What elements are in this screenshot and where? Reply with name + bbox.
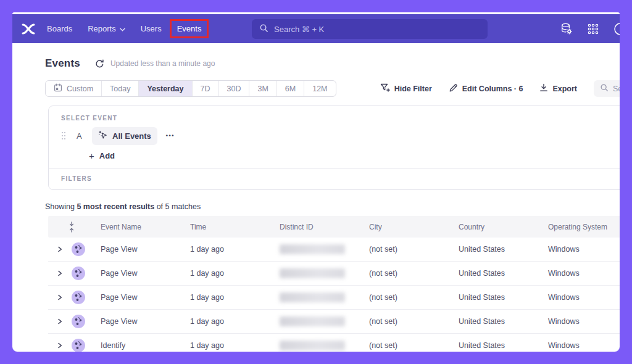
column-header-country: Country [449,223,539,231]
cell-event-name: Page View [91,245,181,254]
sparkle-cursor-icon [98,130,108,142]
table-row[interactable]: Identify1 day ago(not set)United StatesW… [48,334,620,352]
date-range-label: 12M [312,85,327,93]
cell-city: (not set) [360,341,449,350]
expand-chevron-icon[interactable] [57,318,62,325]
plus-icon: + [89,151,94,161]
help-circle-icon[interactable] [613,22,620,36]
nav-item-users[interactable]: Users [141,24,162,33]
cell-operating-system: Windows [539,269,620,278]
nav-item-label: Boards [47,24,72,33]
cell-city: (not set) [360,245,449,254]
edit-columns-button[interactable]: Edit Columns · 6 [449,83,523,94]
event-select-button[interactable]: All Events [92,127,157,145]
date-range-today[interactable]: Today [101,81,138,96]
data-management-icon[interactable] [559,22,573,36]
expand-cell [48,242,91,257]
cell-country: United States [449,293,539,302]
app-window: BoardsReportsUsersEvents Search ⌘ + K [12,12,620,352]
table-header-row: Event NameTimeDistinct IDCityCountryOper… [48,216,620,238]
page-title: Events [45,57,80,70]
nav-item-boards[interactable]: Boards [47,24,72,33]
expand-cell [48,266,91,281]
date-range-custom[interactable]: Custom [46,81,101,96]
date-range-label: 7D [201,85,210,93]
cell-event-name: Page View [91,317,181,326]
column-header-city: City [360,223,449,231]
hide-filter-button[interactable]: Hide Filter [380,83,432,94]
date-range-label: Today [110,85,130,93]
event-avatar-icon [71,338,86,352]
date-range-7d[interactable]: 7D [192,81,218,96]
cell-operating-system: Windows [539,341,620,350]
nav-item-label: Events [177,24,202,33]
date-range-6m[interactable]: 6M [276,81,304,96]
distinct-id-redacted [280,244,345,254]
expand-chevron-icon[interactable] [57,294,62,300]
drag-handle-icon[interactable] [61,131,66,140]
updated-status-text: Updated less than a minute ago [110,59,215,68]
results-summary: Showing 5 most recent results of 5 match… [45,202,620,211]
event-row: A All Events ••• [61,128,620,144]
cell-country: United States [449,341,539,350]
event-avatar-icon [71,266,86,281]
date-range-yesterday[interactable]: Yesterday [138,81,191,96]
column-header-distinct-id: Distinct ID [270,223,360,231]
cell-operating-system: Windows [539,245,620,254]
date-range-12m[interactable]: 12M [304,81,335,96]
filters-section: FILTERS [49,169,620,189]
cell-time: 1 day ago [181,293,270,302]
cell-time: 1 day ago [181,269,270,278]
mixpanel-logo[interactable] [21,23,36,35]
expand-cell [48,338,91,352]
chevron-down-icon [120,24,125,33]
date-range-label: 30D [227,85,241,93]
date-range-label: 3M [257,85,268,93]
table-row[interactable]: Page View1 day ago(not set)United States… [48,286,620,310]
expand-chevron-icon[interactable] [57,246,62,252]
date-range-3m[interactable]: 3M [249,81,276,96]
column-header-time: Time [181,223,270,231]
cell-city: (not set) [360,317,449,326]
refresh-button[interactable] [95,59,104,68]
nav-item-label: Reports [88,24,116,33]
event-select-label: All Events [112,131,151,141]
table-body: Page View1 day ago(not set)United States… [48,238,620,352]
table-search-placeholder: Search [613,85,620,93]
apps-grid-icon[interactable] [586,22,600,36]
table-row[interactable]: Page View1 day ago(not set)United States… [48,262,620,286]
top-navbar: BoardsReportsUsersEvents Search ⌘ + K [12,14,620,43]
expand-chevron-icon[interactable] [57,270,62,276]
date-range-30d[interactable]: 30D [218,81,249,96]
cell-country: United States [449,317,539,326]
cell-country: United States [449,245,539,254]
main-content: Events Updated less than a minute ago Cu… [12,57,620,352]
table-row[interactable]: Page View1 day ago(not set)United States… [48,310,620,334]
distinct-id-redacted [280,341,345,350]
collapse-all-button[interactable] [48,221,91,233]
event-avatar-icon [71,314,86,329]
cell-city: (not set) [360,269,449,278]
nav-item-events[interactable]: Events [170,19,209,38]
expand-cell [48,290,91,305]
calendar-icon [54,83,62,94]
export-button[interactable]: Export [539,83,577,94]
global-search-input[interactable]: Search ⌘ + K [252,19,488,39]
expand-chevron-icon[interactable] [57,342,62,349]
cell-event-name: Page View [91,269,181,278]
cell-country: United States [449,269,539,278]
cell-operating-system: Windows [539,293,620,302]
distinct-id-redacted [280,316,345,326]
select-event-section: SELECT EVENT A [49,106,620,168]
cell-operating-system: Windows [539,317,620,326]
event-more-menu-button[interactable]: ••• [166,133,175,139]
event-avatar-icon [71,290,86,305]
date-range-label: Yesterday [147,85,183,93]
table-search-input[interactable]: Search [594,80,620,97]
cell-city: (not set) [360,293,449,302]
cell-distinct-id [270,268,360,278]
add-event-button[interactable]: + Add [89,151,126,161]
table-row[interactable]: Page View1 day ago(not set)United States… [48,238,620,262]
nav-item-reports[interactable]: Reports [88,24,125,33]
filter-icon [380,83,390,94]
